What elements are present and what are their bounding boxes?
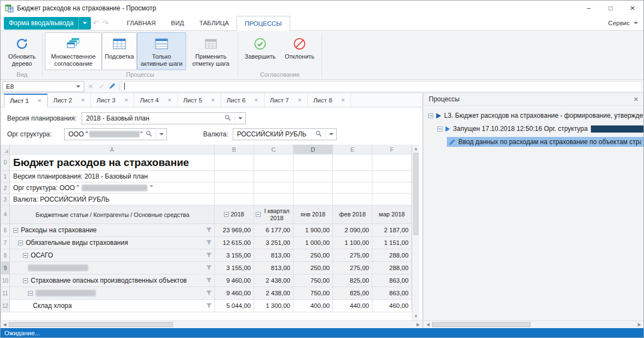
collapse-icon[interactable] [18,240,23,245]
collapse-icon[interactable] [428,113,433,118]
apply-step-mark-button[interactable]: Применить отметку шага [186,32,235,70]
grid-cell-D6[interactable]: 1 900,00 [294,224,333,237]
grid-cell-A0[interactable]: Бюджет расходов на страхование [10,154,215,171]
sheet-tab-0[interactable]: Лист 1✕ [4,94,48,107]
grid-cell-A6[interactable]: Расходы на страхование [10,224,215,237]
version-combo[interactable]: 2018 - Базовый план [82,112,246,124]
grid-cell-E7[interactable]: 1 100,00 [333,237,372,249]
grid-cell-C2[interactable] [254,182,294,194]
grid-cell-A12[interactable]: Склад хлора [10,300,215,312]
select-all-corner[interactable] [1,145,10,154]
column-header-D[interactable]: D [294,145,333,154]
multi-approval-button[interactable]: Множественное согласование [45,32,102,70]
grid-header-col-C[interactable]: I квартал 2018 [254,205,294,224]
filter-icon[interactable] [206,278,212,283]
column-header-E[interactable]: E [333,145,372,154]
close-tab-icon[interactable]: ✕ [38,98,42,104]
close-button[interactable]: ✕ [622,1,643,16]
filter-icon[interactable] [206,253,212,258]
grid-cell-F12[interactable]: 460,00 [372,300,412,312]
scroll-right-icon[interactable]: ▶ [414,321,422,328]
row-header-8[interactable]: 8 [1,249,10,262]
scroll-up-icon[interactable]: ▲ [412,145,419,153]
collapse-icon[interactable] [438,127,442,131]
row-header-10[interactable]: 10 [1,274,10,287]
maximize-button[interactable]: □ [600,1,622,16]
grid-cell-D2[interactable] [294,182,333,194]
grid-cell-B0[interactable] [215,154,254,171]
grid-cell-A8[interactable]: ОСАГО [10,249,215,262]
filter-icon[interactable] [206,290,212,296]
grid-cell-D8[interactable]: 250,00 [294,249,333,262]
refresh-tree-button[interactable]: Обновить дерево [4,32,40,70]
scrollbar-thumb[interactable] [413,153,418,235]
grid-cell-F2[interactable] [372,182,412,194]
close-panel-icon[interactable]: ✕ [634,96,639,103]
collapse-icon[interactable] [28,291,33,296]
grid-cell-D3[interactable] [294,194,333,205]
grid-cell-D11[interactable]: 750,00 [294,287,333,300]
grid-cell-A2[interactable]: Орг структура: ООО "" [10,182,215,194]
grid-cell-D1[interactable] [294,171,333,182]
grid-cell-F6[interactable]: 2 187,00 [372,224,412,237]
grid-cell-F9[interactable]: 288,00 [372,262,412,274]
row-header-2[interactable]: 2 [1,182,10,194]
grid-header-col-F[interactable]: мар 2018 [372,205,412,224]
row-header-3[interactable]: 3 [1,194,10,205]
minimize-button[interactable]: – [578,1,600,16]
sheet-tab-7[interactable]: Лист 8✕ [308,93,351,107]
grid-cell-F0[interactable] [372,154,412,171]
row-header-1[interactable]: 1 [1,171,10,182]
scrollbar-thumb[interactable] [9,322,173,327]
grid-cell-F1[interactable] [372,171,412,182]
filter-icon[interactable] [206,303,212,308]
row-header-12[interactable]: 12 [1,300,10,312]
dropdown-button[interactable] [156,130,164,138]
grid-cell-F7[interactable]: 1 151,00 [372,237,412,249]
sheet-tab-5[interactable]: Лист 6✕ [221,93,264,107]
search-icon[interactable] [225,114,231,123]
grid-cell-A11[interactable] [10,287,215,300]
grid-cell-E9[interactable]: 275,00 [333,262,372,274]
service-menu[interactable]: Сервис [608,20,638,26]
grid-cell-C0[interactable] [254,154,294,171]
sheet-tab-2[interactable]: Лист 3✕ [91,93,134,107]
scroll-left-icon[interactable]: ◀ [424,321,432,328]
scroll-right-icon[interactable]: ▶ [635,321,643,328]
column-header-C[interactable]: C [254,145,294,154]
row-header-6[interactable]: 6 [1,224,10,237]
search-icon[interactable] [146,130,152,139]
sheet-tab-4[interactable]: Лист 5✕ [178,93,221,107]
filter-icon[interactable] [206,265,212,271]
grid-cell-B3[interactable] [215,194,254,205]
grid-cell-C12[interactable]: 1 300,00 [254,300,294,312]
undo-icon[interactable]: ↶ [93,19,99,27]
confirm-entry-icon[interactable]: ✓ [97,83,106,90]
process-item-0[interactable]: L3. Бюджет расходов на страхование - фор… [424,109,643,122]
grid-cell-D12[interactable]: 400,00 [294,300,333,312]
column-header-F[interactable]: F [372,145,412,154]
grid-cell-F11[interactable]: 863,00 [372,287,412,300]
collapse-icon[interactable] [23,253,28,258]
grid-cell-B11[interactable]: 9 460,00 [215,287,254,300]
grid-cell-E11[interactable]: 825,00 [333,287,372,300]
formula-input[interactable] [121,81,642,92]
grid-cell-E2[interactable] [333,182,372,194]
grid-header-col-D[interactable]: янв 2018 [294,205,333,224]
form-mode-dropdown[interactable] [78,17,91,30]
process-item-1[interactable]: Запущен 17.10.2018 12:50:16 Орг. структу… [424,122,643,135]
dropdown-button[interactable] [325,130,334,138]
collapse-icon[interactable] [23,278,28,283]
vertical-scrollbar[interactable]: ▲ ▼ [412,145,419,320]
row-header-11[interactable]: 11 [1,287,10,300]
finish-button[interactable]: Завершить [240,32,280,70]
row-header-7[interactable]: 7 [1,237,10,249]
grid-cell-A7[interactable]: Обязательные виды страхования [10,237,215,249]
horizontal-scrollbar[interactable]: ◀ ▶ [1,320,422,328]
grid-cell-B12[interactable]: 5 044,00 [215,300,254,312]
org-structure-combo[interactable]: ООО " " [64,128,167,140]
grid-cell-F8[interactable]: 288,00 [372,249,412,262]
grid-cell-C9[interactable]: 813,00 [254,262,294,274]
grid-cell-C6[interactable]: 6 177,00 [254,224,294,237]
grid-cell-E12[interactable]: 440,00 [333,300,372,312]
